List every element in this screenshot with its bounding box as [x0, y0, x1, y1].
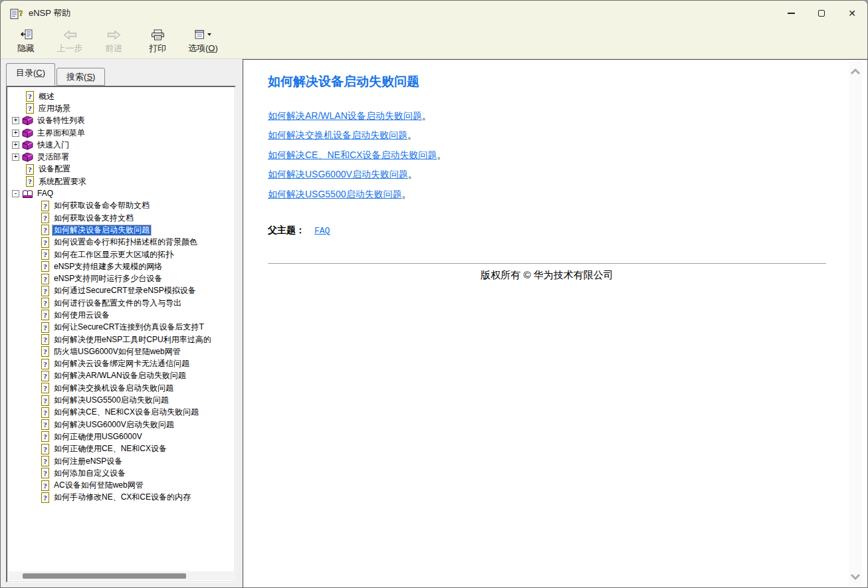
tree-item-label: 如何在工作区显示更大区域的拓扑	[53, 250, 175, 260]
svg-text:?: ?	[43, 457, 47, 465]
tree-item[interactable]: ? 如何添加自定义设备	[8, 467, 234, 479]
tree-scrollbar-thumb[interactable]	[23, 573, 186, 579]
help-topic-icon: ?	[41, 286, 50, 296]
svg-text:?: ?	[43, 384, 47, 392]
toolbar: 隐藏 上一步 前进 打印 选项(O)	[1, 26, 867, 59]
tree-item[interactable]: ? eNSP支持组建多大规模的网络	[8, 260, 234, 272]
tree-item[interactable]: ? eNSP支持同时运行多少台设备	[8, 272, 234, 284]
tree-item[interactable]: ? 如何解决CE、NE和CX设备启动失败问题	[8, 407, 234, 419]
tree-item[interactable]: ? AC设备如何登陆web网管	[8, 480, 234, 492]
tree-item[interactable]: ? 如何进行设备配置文件的导入与导出	[8, 297, 234, 309]
topic-link[interactable]: 如何解决USG5500启动失败问题	[268, 189, 401, 201]
help-topic-icon: ?	[25, 164, 35, 175]
tree-item-label: 主界面和菜单	[36, 128, 86, 138]
tree-item[interactable]: + 快速入门	[8, 139, 234, 151]
tree-item-label: 如何解决交换机设备启动失败问题	[53, 383, 175, 393]
tree-item[interactable]: ? 如何解决USG6000V启动失败问题	[8, 419, 234, 431]
tree-item[interactable]: - FAQ	[8, 187, 234, 199]
expander-icon[interactable]: +	[12, 142, 19, 149]
tree-item[interactable]: ? 如何获取设备支持文档	[8, 212, 234, 224]
tree-item[interactable]: ? 如何正确使用CE、NE和CX设备	[8, 443, 234, 455]
tree-item-label: 概述	[37, 92, 56, 102]
copyright-text: 版权所有 © 华为技术有限公司	[268, 269, 826, 282]
help-topic-icon: ?	[41, 444, 50, 454]
help-topic-icon: ?	[41, 249, 50, 260]
back-button[interactable]: 上一步	[53, 26, 87, 54]
topic-link[interactable]: 如何解决USG6000V启动失败问题	[268, 169, 408, 181]
scroll-up-icon[interactable]	[849, 68, 861, 76]
svg-text:?: ?	[43, 274, 47, 282]
maximize-button[interactable]	[806, 1, 837, 26]
tree-item[interactable]: ? 防火墙USG6000V如何登陆web网管	[8, 345, 234, 357]
contents-tree-frame: ? 概述 ? 应用场景 + 设备特性列表 + 主界面和菜单 + 快速入门 + 灵…	[6, 86, 236, 583]
tree-item[interactable]: ? 如何获取设备命令帮助文档	[8, 200, 234, 212]
tree-item[interactable]: ? 如何解决云设备绑定网卡无法通信问题	[8, 358, 234, 370]
tree-item-label: 如何解决设备启动失败问题	[53, 225, 151, 235]
tree-item-label: 如何使用云设备	[53, 310, 111, 320]
svg-text:?: ?	[43, 359, 47, 367]
tree-item[interactable]: + 灵活部署	[8, 151, 234, 163]
hide-button[interactable]: 隐藏	[9, 26, 43, 54]
tree-item[interactable]: ? 如何在工作区显示更大区域的拓扑	[8, 248, 234, 260]
ensp-help-window: ? eNSP 帮助 ✕ 隐藏 上一步 前进 打印 选项(O) 目录(C)搜索(S…	[0, 0, 868, 588]
forward-button[interactable]: 前进	[96, 26, 131, 54]
tree-item[interactable]: ? 如何解决设备启动失败问题	[8, 224, 234, 236]
tab-search[interactable]: 搜索(S)	[56, 68, 105, 86]
tree-scroll-area: ? 概述 ? 应用场景 + 设备特性列表 + 主界面和菜单 + 快速入门 + 灵…	[8, 88, 234, 571]
forward-label: 前进	[105, 43, 122, 54]
svg-text:?: ?	[28, 104, 32, 112]
tree-item[interactable]: ? 概述	[8, 90, 234, 102]
hide-label: 隐藏	[17, 43, 35, 54]
content-vertical-scrollbar[interactable]	[849, 61, 862, 587]
tree-item-label: 如何解决USG5500启动失败问题	[53, 395, 170, 405]
minimize-button[interactable]	[776, 1, 806, 26]
help-topic-icon: ?	[41, 346, 50, 357]
svg-text:?: ?	[43, 433, 47, 441]
scroll-down-icon[interactable]	[849, 573, 861, 581]
tree-item[interactable]: ? 如何正确使用USG6000V	[8, 431, 234, 442]
tree-item[interactable]: ? 系统配置要求	[8, 175, 234, 187]
tree-item[interactable]: ? 如何使用云设备	[8, 309, 234, 321]
expander-icon[interactable]: -	[12, 190, 19, 197]
help-topic-icon: ?	[41, 310, 50, 320]
help-topic-icon: ?	[41, 480, 50, 491]
tree-item[interactable]: ? 如何设置命令行和拓扑描述框的背景颜色	[8, 237, 234, 248]
topic-link[interactable]: 如何解决CE、NE和CX设备启动失败问题	[268, 149, 437, 161]
tree-horizontal-scrollbar[interactable]	[8, 571, 234, 581]
close-button[interactable]: ✕	[837, 1, 867, 26]
tree-item[interactable]: ? 如何解决USG5500启动失败问题	[8, 394, 234, 406]
tree-item[interactable]: + 设备特性列表	[8, 115, 234, 127]
tree-item[interactable]: ? 如何注册eNSP设备	[8, 455, 234, 467]
closed-book-icon	[22, 152, 33, 162]
tab-contents[interactable]: 目录(C)	[6, 63, 55, 86]
window-body: 目录(C)搜索(S) ? 概述 ? 应用场景 + 设备特性列表 + 主界面和菜单…	[1, 59, 867, 588]
tree-item[interactable]: ? 如何解决使用eNSP工具时CPU利用率过高的	[8, 334, 234, 345]
options-button[interactable]: 选项(O)	[184, 26, 222, 54]
svg-text:?: ?	[43, 396, 47, 404]
topic-link-list: 如何解决AR/WLAN设备启动失败问题。 如何解决交换机设备启动失败问题。 如何…	[268, 106, 446, 205]
tree-item[interactable]: ? 设备配置	[8, 163, 234, 175]
tree-item[interactable]: + 主界面和菜单	[8, 127, 234, 139]
tree-item-label: 如何让SecureCRT连接到仿真设备后支持T	[53, 322, 205, 332]
parent-topic-link[interactable]: FAQ	[314, 226, 330, 236]
tree-item[interactable]: ? 如何通过SecureCRT登录eNSP模拟设备	[8, 285, 234, 297]
topic-link[interactable]: 如何解决交换机设备启动失败问题	[268, 130, 407, 142]
help-topic-icon: ?	[41, 261, 50, 272]
topic-heading: 如何解决设备启动失败问题	[268, 73, 419, 90]
tree-item[interactable]: ? 如何手动修改NE、CX和CE设备的内存	[8, 492, 234, 504]
tree-item[interactable]: ? 应用场景	[8, 102, 234, 114]
tree-item[interactable]: ? 如何让SecureCRT连接到仿真设备后支持T	[8, 322, 234, 334]
help-topic-icon: ?	[25, 176, 35, 187]
topic-link-line: 如何解决AR/WLAN设备启动失败问题。	[268, 106, 446, 126]
tree-item[interactable]: ? 如何解决AR/WLAN设备启动失败问题	[8, 370, 234, 382]
tree-item[interactable]: ? 如何解决交换机设备启动失败问题	[8, 382, 234, 394]
dropdown-caret-icon	[207, 33, 211, 36]
expander-icon[interactable]: +	[12, 117, 19, 124]
svg-text:?: ?	[43, 421, 47, 429]
topic-link[interactable]: 如何解决AR/WLAN设备启动失败问题	[268, 110, 422, 122]
expander-icon[interactable]: +	[12, 130, 19, 137]
expander-icon[interactable]: +	[12, 153, 19, 161]
help-topic-icon: ?	[41, 492, 50, 503]
close-icon: ✕	[848, 9, 856, 18]
print-button[interactable]: 打印	[140, 26, 175, 54]
